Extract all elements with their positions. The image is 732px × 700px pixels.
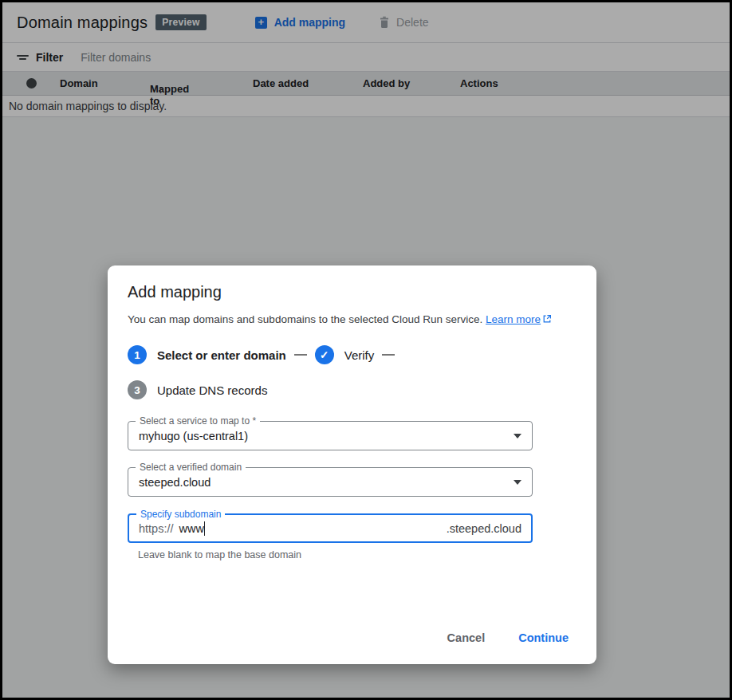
external-link-icon: [542, 314, 552, 324]
subdomain-protocol-prefix: https://: [139, 522, 174, 535]
continue-button[interactable]: Continue: [510, 625, 577, 651]
subdomain-input-label: Specify subdomain: [136, 509, 225, 520]
subdomain-helper-text: Leave blank to map the base domain: [128, 549, 577, 560]
step-3-indicator: 3: [128, 380, 147, 399]
dialog-description: You can map domains and subdomains to th…: [128, 313, 577, 325]
caret-down-icon: [514, 480, 521, 485]
cancel-button[interactable]: Cancel: [439, 625, 494, 651]
subdomain-domain-suffix: .steeped.cloud: [447, 522, 521, 535]
subdomain-input[interactable]: Specify subdomain https:// www .steeped.…: [128, 513, 533, 543]
subdomain-value: www: [179, 522, 204, 535]
service-select-label: Select a service to map to *: [136, 415, 260, 427]
add-mapping-dialog: Add mapping You can map domains and subd…: [108, 265, 596, 664]
domain-mappings-page: Domain mappings Preview + Add mapping De…: [2, 2, 730, 698]
verified-domain-select[interactable]: Select a verified domain steeped.cloud: [128, 467, 533, 497]
step-3-label: Update DNS records: [157, 383, 267, 397]
dialog-actions: Cancel Continue: [439, 625, 577, 651]
service-select-value: myhugo (us-central1): [139, 430, 514, 442]
service-select[interactable]: Select a service to map to * myhugo (us-…: [128, 421, 533, 450]
text-cursor: [204, 521, 206, 536]
verified-domain-value: steeped.cloud: [139, 476, 514, 489]
caret-down-icon: [514, 434, 521, 438]
step-2-check-icon: ✓: [315, 345, 334, 364]
step-1-indicator: 1: [128, 345, 147, 364]
verified-domain-label: Select a verified domain: [136, 462, 246, 473]
stepper-row-1: 1 Select or enter domain ✓ Verify: [128, 345, 577, 364]
step-connector: [382, 354, 395, 356]
learn-more-link[interactable]: Learn more: [486, 313, 541, 325]
step-1-label: Select or enter domain: [157, 348, 286, 362]
step-connector: [294, 354, 307, 356]
stepper-row-2: 3 Update DNS records: [128, 380, 577, 399]
dialog-title: Add mapping: [128, 283, 577, 301]
step-2-label: Verify: [344, 348, 375, 362]
